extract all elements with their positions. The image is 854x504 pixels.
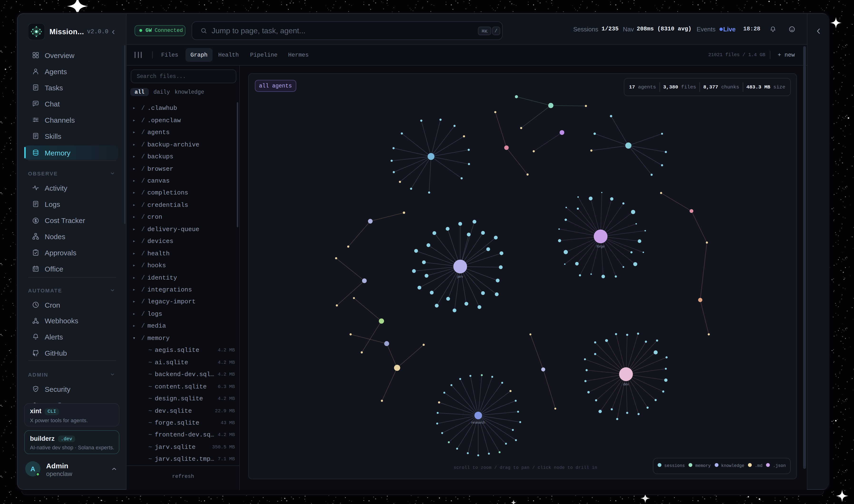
svg-text:forge: forge [597,244,605,248]
svg-text:research: research [471,420,485,424]
svg-text:dev: dev [623,382,629,386]
svg-text:jarv: jarv [457,274,464,278]
